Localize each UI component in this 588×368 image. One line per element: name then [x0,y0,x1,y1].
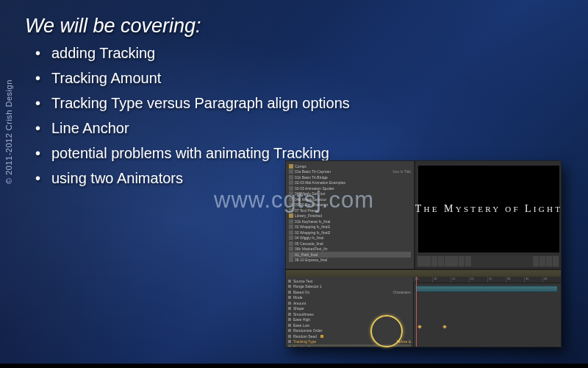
twirl-icon [288,285,291,288]
ae-project-row: 02-03 Animation Spotter [289,185,411,191]
ae-project-row: 06b MaskedText_fin [289,247,411,252]
comp-icon [289,219,293,224]
ae-project-row: 01b Keyframe fx_final [289,219,411,224]
timeline-track-area: 05 10 15 20 25 30 35 40 [414,277,561,347]
timeline-prop-row: Ease High [288,317,411,323]
comp-icon [289,191,293,196]
timeline-prop-row: Mode [288,295,411,301]
ae-project-row: 08-10 Express_final [289,258,411,263]
twirl-icon [288,280,291,283]
comp-icon [289,230,293,235]
keyframe-icon [320,335,323,338]
comp-icon [289,241,293,246]
ae-viewer-toolbar [417,255,559,267]
viewer-button [539,256,545,266]
viewer-button [417,256,431,266]
viewer-button [553,256,559,266]
timeline-property-list: Source Text Range Selector 1 Based OnCha… [286,277,414,347]
twirl-icon [288,291,291,294]
twirl-icon [288,340,291,343]
ae-project-row: 04b WigglySelector [289,197,411,202]
timeline-prop-row: Source Text [288,278,411,284]
timeline-prop-row: Range Selector 1 [288,284,411,290]
viewer-button [459,256,465,266]
presentation-slide: © 2011-2012 Crish Design We will be cove… [0,0,588,368]
slide-heading: We will be covering: [25,15,201,38]
comp-icon [289,180,293,185]
viewer-button [445,256,458,266]
twirl-icon [288,307,291,310]
comp-icon [289,208,293,213]
timeline-prop-row: Smoothness [288,311,411,317]
ae-composition-viewer: The Mystery of Light [415,160,562,269]
ae-project-row: 04 Wiggly Selector [289,191,411,197]
ae-project-row: 01a Basic Tit-Caymanfour in Title [289,169,411,175]
timeline-prop-row: Random Seed [288,333,411,339]
timeline-ruler: 05 10 15 20 25 30 35 40 [414,277,561,283]
viewer-button [431,256,437,266]
twirl-icon [288,329,291,332]
comp-icon [289,252,293,257]
timeline-prop-row: Ease Low [288,322,411,328]
twirl-icon [288,324,291,327]
ae-project-row: 01b Basic Tit-Bridge [289,174,411,180]
twirl-icon [288,313,291,316]
bullet-item: Line Anchor [35,121,350,135]
ae-project-row: 05-06 Per Character [289,202,411,208]
viewer-button [438,256,444,266]
ae-project-row: 02 Wrapping fx_final2 [289,230,411,236]
ae-project-row: 02-03 Mal Animation Examples [289,180,411,186]
ae-canvas: The Mystery of Light [418,166,559,252]
bullet-item: adding Tracking [35,46,350,60]
twirl-icon [288,335,291,338]
ae-project-row: Comps [289,163,411,169]
twirl-icon [288,346,291,347]
timeline-prop-row-selected: Tracking Amount [288,344,411,347]
playhead-indicator [416,277,417,347]
comp-icon [289,197,293,202]
twirl-icon [288,296,291,299]
viewer-button [546,256,552,266]
keyframe-marker [442,325,447,329]
comp-icon [289,175,293,180]
comp-icon [289,202,293,207]
ae-project-row: 02 Wrapping fx_final1 [289,224,411,230]
ae-project-row: 07 Text Preset [289,208,411,213]
folder-icon [289,213,293,218]
keyframe-marker [417,325,422,329]
ae-project-row: 05 Cascade_final [289,241,411,247]
composition-title-text: The Mystery of Light [415,202,562,216]
ae-project-panel: Comps 01a Basic Tit-Caymanfour in Title … [285,160,415,269]
folder-icon [289,164,293,169]
timeline-prop-row: Shape [288,306,411,312]
timeline-prop-row: Randomize Order [288,328,411,334]
comp-icon [289,169,293,174]
ae-project-row: 04 Wiggly fx_final [289,236,411,241]
ae-timeline-panel: Source Text Range Selector 1 Based OnCha… [285,269,562,347]
bullet-item: potential problems with animating Tracki… [35,146,350,160]
twirl-icon [288,302,291,305]
letterbox-bar [0,364,588,368]
copyright-text: © 2011-2012 Crish Design [4,79,13,184]
comp-icon [289,186,293,191]
viewer-button [533,256,539,266]
timeline-prop-row: Tracking TypeBefore & [288,339,411,345]
comp-icon [289,236,293,240]
comp-icon [289,224,293,229]
viewer-button [465,256,471,266]
twirl-icon [288,318,291,321]
layer-duration-bar [415,286,558,292]
ae-project-row-selected: A1_Path_final [289,252,411,258]
ae-project-row: Library_Finished [289,213,411,219]
comp-icon [289,247,293,251]
timeline-prop-row: Based OnCharacters [288,289,411,295]
after-effects-screenshot: Comps 01a Basic Tit-Caymanfour in Title … [285,160,562,347]
bullet-item: Tracking Amount [35,71,350,85]
comp-icon [289,258,293,262]
timeline-prop-row: Amount [288,300,411,306]
bullet-item: Tracking Type versus Paragraph align opt… [35,96,350,110]
